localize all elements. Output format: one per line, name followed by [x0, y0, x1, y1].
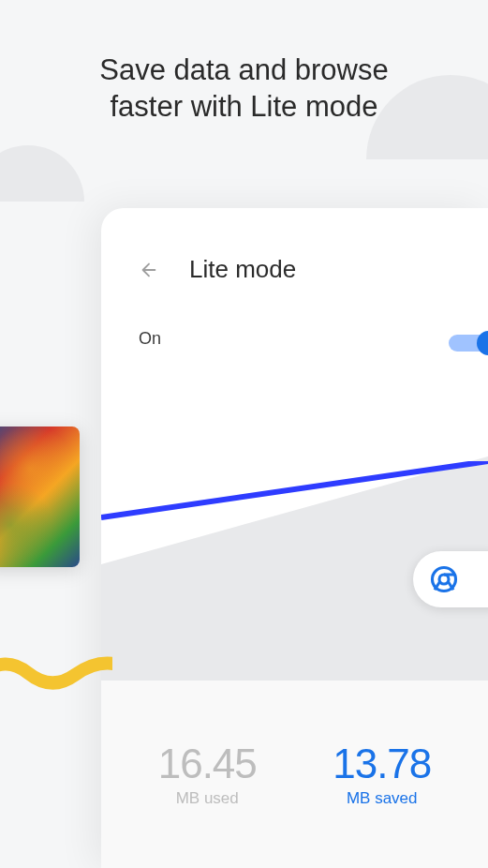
decorative-image: [0, 427, 80, 567]
stat-mb-used: 16.45 MB used: [158, 741, 257, 808]
yellow-wave-decoration: [0, 647, 112, 703]
svg-line-0: [101, 461, 488, 517]
mb-saved-value: 13.78: [333, 741, 431, 787]
page-heading: Save data and browse faster with Lite mo…: [0, 52, 488, 126]
stats-row: 16.45 MB used 13.78 MB saved: [101, 681, 488, 868]
chrome-badge: [413, 551, 488, 607]
toggle-row: On: [101, 284, 488, 349]
lite-mode-toggle[interactable]: [449, 331, 488, 348]
card-header: Lite mode: [101, 208, 488, 284]
lite-mode-card: Lite mode On 16.45 MB used 13.78 MB save…: [101, 208, 488, 868]
chrome-icon: [430, 565, 458, 593]
mb-used-value: 16.45: [158, 741, 257, 787]
back-arrow-icon[interactable]: [139, 260, 159, 280]
card-title: Lite mode: [189, 255, 296, 284]
mb-used-label: MB used: [158, 789, 257, 808]
toggle-label: On: [139, 329, 161, 349]
heading-line-2: faster with Lite mode: [110, 90, 377, 123]
cloud-decoration-left: [0, 145, 84, 202]
stat-mb-saved: 13.78 MB saved: [333, 741, 431, 808]
mb-saved-label: MB saved: [333, 789, 431, 808]
heading-line-1: Save data and browse: [99, 53, 389, 86]
